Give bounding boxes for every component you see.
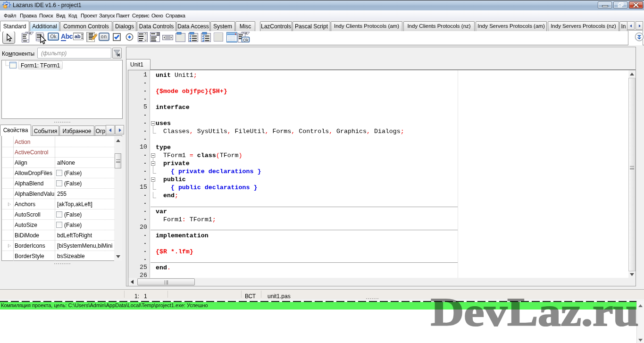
svg-text:ab: ab	[75, 33, 81, 39]
svg-text:Ok: Ok	[243, 38, 249, 42]
